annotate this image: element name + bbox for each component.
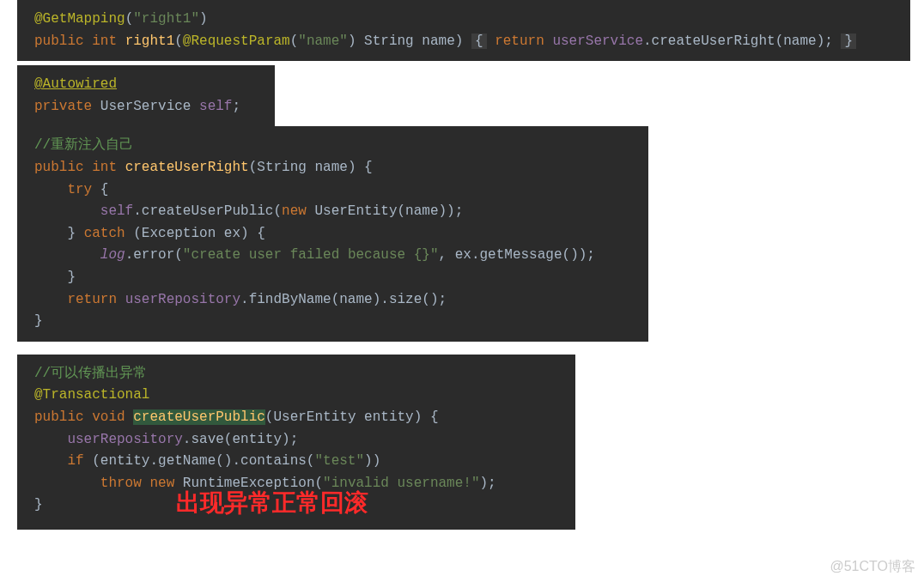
annotation-transactional: @Transactional [34, 387, 149, 403]
comment-reinject: //重新注入自己 [34, 137, 133, 153]
comment-propagate: //可以传播出异常 [34, 366, 147, 381]
method-right1: right1 [125, 33, 175, 49]
method-createUserPublic: createUserPublic [133, 409, 265, 425]
annotation-rollback-text: 出现异常正常回滚 [176, 484, 368, 523]
code-block-1: @GetMapping("right1") public int right1(… [17, 0, 910, 61]
annotation-autowired: @Autowired [34, 76, 117, 92]
method-createUserRight: createUserRight [125, 160, 249, 175]
code-block-2: @Autowired private UserService self; [17, 65, 275, 126]
annotation-getmapping: @GetMapping [34, 11, 125, 27]
code-block-3: //重新注入自己 public int createUserRight(Stri… [17, 126, 648, 341]
code-block-4: //可以传播出异常 @Transactional public void cre… [17, 355, 575, 530]
watermark: @51CTO博客 [830, 555, 915, 578]
